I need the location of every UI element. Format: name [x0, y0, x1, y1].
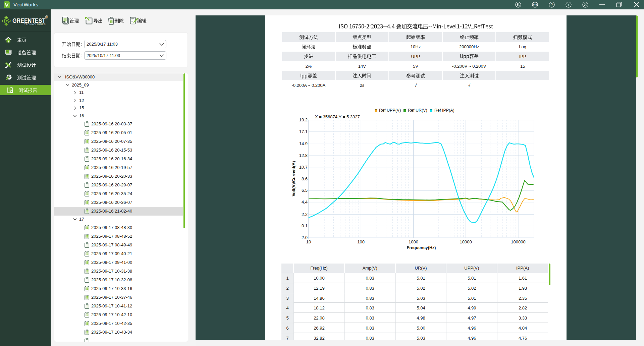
svg-text:i: i: [568, 3, 569, 7]
svg-text:?: ?: [551, 3, 553, 7]
svg-text:LAN: LAN: [533, 4, 537, 6]
